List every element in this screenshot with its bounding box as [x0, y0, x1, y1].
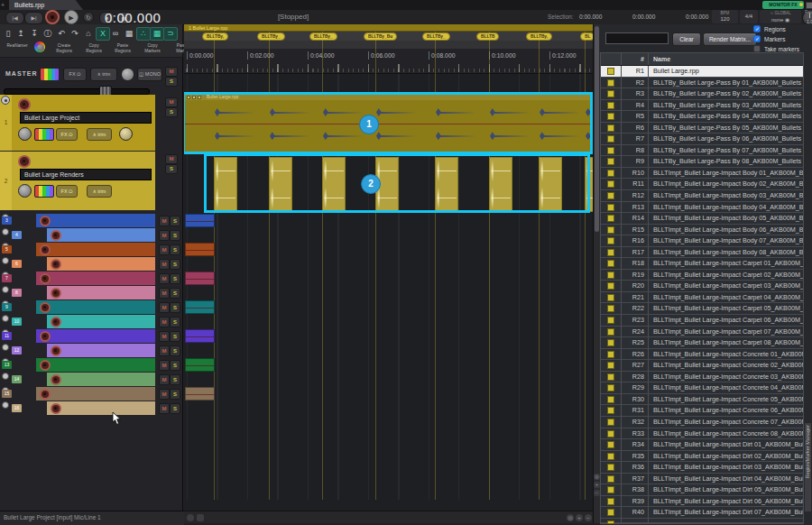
track-1-trim-button[interactable]: ∧ trim	[87, 128, 112, 141]
track-row[interactable]: 9 M S	[0, 300, 183, 314]
region-color-swatch[interactable]	[607, 170, 614, 177]
region-row[interactable]: R3 BLLTBy_Bullet Large-Pass By 02_AKB00M…	[601, 88, 803, 100]
track-1-record-arm-button[interactable]	[18, 98, 31, 111]
region-name-cell[interactable]: BLLTImpt_Bullet Large-Impact Dirt 01_AKB…	[649, 439, 803, 450]
region-row[interactable]: R26 BLLTImpt_Bullet Large-Impact Concret…	[601, 349, 803, 361]
track-number-badge[interactable]: 14	[12, 375, 22, 383]
track-color-bar[interactable]	[36, 329, 155, 343]
region-name-cell[interactable]: BLLTBy_Bullet Large-Pass By 07_AKB00M_Bu…	[649, 145, 803, 156]
region-name-cell[interactable]: BLLTImpt_Bullet Large-Impact Dirt 05_AKB…	[649, 484, 803, 495]
region-row[interactable]: R31 BLLTImpt_Bullet Large-Impact Concret…	[601, 405, 803, 417]
region-row[interactable]: R34 BLLTImpt_Bullet Large-Impact Dirt 01…	[601, 439, 803, 451]
track-record-arm-button[interactable]	[40, 360, 51, 371]
region-color-cell[interactable]	[601, 292, 622, 303]
region-color-cell[interactable]	[601, 496, 622, 507]
go-to-end-button[interactable]: ▶|	[24, 12, 43, 24]
track-row[interactable]: 4 M S	[0, 228, 183, 242]
track-2-panel[interactable]	[12, 152, 155, 210]
region-row[interactable]: R5 BLLTBy_Bullet Large-Pass By 04_AKB00M…	[601, 111, 803, 123]
region-color-swatch[interactable]	[607, 147, 614, 154]
region-color-swatch[interactable]	[607, 486, 614, 493]
track-record-arm-button[interactable]	[51, 374, 61, 385]
track-record-arm-button[interactable]	[51, 259, 61, 270]
region-color-swatch[interactable]	[607, 498, 614, 505]
track-row[interactable]: 12 M S	[0, 344, 183, 357]
track-color-bar[interactable]	[36, 358, 155, 372]
scroll-box-icon[interactable]	[197, 514, 204, 521]
region-color-swatch[interactable]	[607, 90, 614, 97]
region-number-cell[interactable]: R22	[622, 303, 649, 314]
region-row[interactable]: R23 BLLTImpt_Bullet Large-Impact Carpet …	[601, 315, 803, 327]
region-row[interactable]: R33 BLLTImpt_Bullet Large-Impact Concret…	[601, 428, 803, 440]
region-number-cell[interactable]: R35	[622, 451, 649, 462]
region-row[interactable]: R29 BLLTImpt_Bullet Large-Impact Concret…	[601, 382, 803, 394]
track-mute-button[interactable]: M	[159, 288, 170, 299]
track-row[interactable]: 13 M S	[0, 358, 183, 372]
region-name-cell[interactable]: BLLTImpt_Bullet Large-Impact Dirt 04_AKB…	[649, 474, 803, 484]
region-color-cell[interactable]	[601, 156, 622, 167]
zoom-in-button[interactable]: +	[576, 514, 583, 521]
track-2-record-arm-button[interactable]	[18, 155, 31, 168]
track-solo-button[interactable]: S	[170, 389, 180, 400]
folder-icon[interactable]	[2, 315, 9, 322]
region-color-cell[interactable]	[601, 168, 622, 179]
region-marker-pill[interactable]: BLLTBy_Bu	[364, 32, 397, 41]
region-name-cell[interactable]: BLLTImpt_Bullet Large-Impact Body 06_AKB…	[649, 225, 803, 235]
track-row[interactable]: 16 M S	[0, 401, 183, 415]
region-number-cell[interactable]: R8	[622, 145, 649, 156]
region-color-swatch[interactable]	[607, 464, 614, 471]
region-row[interactable]: R17 BLLTImpt_Bullet Large-Impact Body 08…	[601, 247, 803, 259]
region-number-cell[interactable]: R5	[622, 111, 649, 122]
region-number-cell[interactable]: R11	[622, 179, 649, 189]
track-number-badge[interactable]: 12	[12, 346, 22, 355]
region-color-swatch[interactable]	[607, 441, 614, 448]
region-row[interactable]: R8 BLLTBy_Bullet Large-Pass By 07_AKB00M…	[601, 145, 803, 157]
region-color-cell[interactable]	[601, 213, 622, 224]
region-color-swatch[interactable]	[607, 204, 614, 211]
track-solo-button[interactable]: S	[170, 288, 180, 299]
region-row[interactable]: R1 Bullet Large.rpp	[601, 66, 803, 78]
region-color-swatch[interactable]	[607, 226, 614, 234]
global-automation-box[interactable]: ∿ GLOBAL none ◉	[760, 10, 801, 23]
redo-icon[interactable]: ↷	[69, 27, 81, 41]
region-color-cell[interactable]	[601, 474, 622, 484]
track-mute-button[interactable]: M	[159, 317, 170, 327]
region-color-cell[interactable]	[601, 100, 622, 111]
scroll-left-icon[interactable]	[187, 514, 194, 521]
region-number-cell[interactable]: R37	[622, 474, 649, 484]
region-number-cell[interactable]: R16	[622, 235, 649, 246]
region-number-cell[interactable]: R4	[622, 100, 649, 111]
track-mute-button[interactable]: M	[159, 345, 170, 356]
region-name-cell[interactable]: BLLTImpt_Bullet Large-Impact Body 07_AKB…	[649, 235, 803, 246]
region-color-cell[interactable]	[601, 281, 622, 291]
horizontal-scrollbar[interactable]: ◎ + −	[184, 511, 593, 523]
track-mute-button[interactable]: M	[159, 403, 170, 414]
track-number-badge[interactable]: 8	[12, 289, 22, 297]
color-column-header[interactable]	[601, 53, 622, 65]
region-color-swatch[interactable]	[607, 362, 614, 369]
region-row[interactable]: R30 BLLTImpt_Bullet Large-Impact Concret…	[601, 394, 803, 406]
region-name-cell[interactable]: BLLTImpt_Bullet Large-Impact Carpet 03_A…	[649, 281, 803, 291]
region-color-swatch[interactable]	[607, 373, 614, 381]
master-mono-button[interactable]: ◫ MONO	[137, 68, 162, 81]
track-color-bar[interactable]	[47, 344, 155, 357]
region-row[interactable]: R21 BLLTImpt_Bullet Large-Impact Carpet …	[601, 292, 803, 304]
lane-media-item[interactable]	[185, 358, 215, 372]
region-marker-pill[interactable]: BLLTBy_	[309, 32, 337, 41]
track-lane[interactable]	[184, 344, 593, 357]
go-to-start-button[interactable]: |◀	[5, 12, 24, 24]
region-color-swatch[interactable]	[607, 102, 614, 109]
project-tab[interactable]: Bullets.rpp	[9, 0, 83, 10]
region-number-cell[interactable]: R18	[622, 258, 649, 269]
folder-icon[interactable]	[2, 286, 9, 293]
track-record-arm-button[interactable]	[40, 273, 51, 284]
region-name-cell[interactable]: BLLTBy_Bullet Large-Pass By 01_AKB00M_Bu…	[649, 78, 803, 88]
master-fx-button[interactable]: FX ⏻	[63, 68, 87, 81]
track-mute-button[interactable]: M	[159, 360, 170, 371]
track-lane[interactable]	[184, 300, 593, 314]
vertical-scrollbar-thumb[interactable]	[595, 26, 599, 232]
track-1-fx-button[interactable]: FX ⏻	[56, 128, 78, 141]
region-color-swatch[interactable]	[607, 282, 614, 290]
region-name-cell[interactable]: BLLTBy_Bullet Large-Pass By 08_AKB00M_Bu…	[649, 156, 803, 167]
region-number-cell[interactable]: R14	[622, 213, 649, 224]
